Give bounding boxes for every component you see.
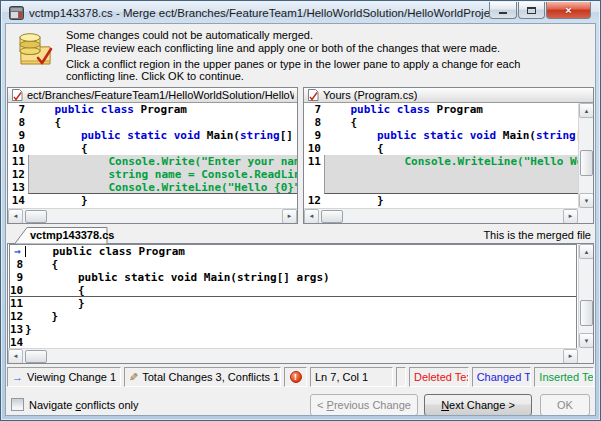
scroll-up-icon[interactable]: ▲ [579, 103, 593, 118]
code-text: } [28, 194, 297, 207]
scrollbar-thumb[interactable] [321, 210, 343, 223]
merge-conflict-icon [16, 31, 56, 67]
previous-change-button[interactable]: < Previous Change [310, 394, 418, 416]
code-text [324, 181, 578, 194]
theirs-code-view[interactable]: 7 public class Program8 {9 public static… [8, 103, 297, 208]
navigate-conflicts-checkbox-group[interactable]: Navigate conflicts only [11, 398, 138, 411]
pencil-icon: ✎ [129, 371, 138, 384]
line-number: 9 [304, 129, 324, 142]
code-line: 9 public static void Main(string[] args) [8, 129, 297, 142]
code-text [25, 336, 576, 348]
yours-vertical-scrollbar[interactable]: ▲ ▼ [578, 103, 593, 208]
theirs-file-path: ect/Branches/FeatureTeam1/HelloWorldSolu… [27, 89, 294, 101]
scroll-down-icon[interactable]: ▼ [579, 333, 593, 348]
line-number: 11 [304, 155, 324, 168]
conflict-code-line[interactable]: 11 Console.WriteLine("Hello World!"); [304, 155, 578, 168]
current-change-arrow-icon: → [12, 371, 23, 383]
code-text: public class Program [28, 103, 297, 116]
merged-tab-label: vctmp143378.cs [30, 229, 114, 241]
info-line-3: Click a conflict region in the upper pan… [66, 58, 566, 82]
code-line: 9 public static void Main(string[] args) [10, 271, 576, 284]
scrollbar-thumb[interactable] [25, 350, 47, 363]
yours-pane-header: Yours (Program.cs) [304, 88, 593, 103]
code-text: string name = Console.ReadLine(); [28, 168, 297, 181]
scroll-right-icon[interactable]: ► [563, 349, 578, 364]
document-check-icon [307, 89, 319, 101]
code-line: 8 { [10, 258, 576, 271]
theirs-horizontal-scrollbar[interactable]: ◄ ► [8, 208, 297, 223]
dialog-client-area: Some changes could not be automatically … [5, 23, 596, 416]
code-line: 13 } [304, 207, 578, 208]
code-text: } [25, 310, 576, 323]
close-button[interactable]: × [546, 2, 591, 19]
cursor-position-text: Ln 7, Col 1 [315, 371, 368, 383]
application-icon [9, 6, 24, 20]
merged-tab-row: vctmp143378.cs This is the merged file [7, 227, 594, 243]
line-number: 12 [304, 194, 324, 207]
line-number: 7 [8, 103, 28, 116]
scroll-left-icon[interactable]: ◄ [8, 349, 23, 364]
legend-inserted: Inserted Text [534, 367, 594, 387]
line-number: 13 [8, 181, 28, 194]
scroll-left-icon[interactable]: ◄ [304, 209, 319, 224]
conflict-code-line[interactable] [304, 181, 578, 194]
legend-deleted: Deleted Text [409, 367, 469, 387]
minimize-button[interactable] [489, 2, 517, 19]
deleted-text-label: Deleted Text [414, 371, 469, 383]
scroll-right-icon[interactable]: ► [282, 209, 297, 224]
conflict-warning-icon: ! [290, 371, 302, 383]
dialog-footer: Navigate conflicts only < Previous Chang… [11, 393, 590, 416]
scrollbar-thumb[interactable] [580, 150, 593, 176]
line-number: 11 [8, 155, 28, 168]
code-line: 10 { [8, 142, 297, 155]
navigate-conflicts-checkbox[interactable] [11, 398, 24, 411]
yours-pane: Yours (Program.cs) 7 public class Progra… [303, 87, 594, 224]
code-text: { [324, 116, 578, 129]
scroll-up-icon[interactable]: ▲ [579, 244, 593, 259]
window-title: vctmp143378.cs - Merge ect/Branches/Feat… [29, 7, 489, 19]
title-bar[interactable]: vctmp143378.cs - Merge ect/Branches/Feat… [2, 2, 599, 23]
code-text: public static void Main(string[] args) [324, 129, 578, 142]
code-text: public static void Main(string[] args) [28, 129, 297, 142]
conflict-code-line[interactable] [304, 168, 578, 181]
merged-file-tab[interactable]: vctmp143378.cs [14, 227, 108, 244]
maximize-icon [527, 7, 536, 14]
scroll-down-icon[interactable]: ▼ [579, 193, 593, 208]
line-number: 10 [8, 142, 28, 155]
scrollbar-thumb[interactable] [25, 210, 47, 223]
info-line-1: Some changes could not be automatically … [66, 29, 566, 41]
theirs-pane: ect/Branches/FeatureTeam1/HelloWorldSolu… [7, 87, 298, 224]
current-line-marker-icon: → [10, 245, 25, 258]
code-text: Console.Write("Enter your name: "); [28, 155, 297, 168]
merged-vertical-scrollbar[interactable]: ▲ ▼ [578, 244, 593, 348]
scroll-left-icon[interactable]: ◄ [8, 209, 23, 224]
merged-horizontal-scrollbar[interactable]: ◄ ► [8, 348, 578, 363]
code-text: public class Program [25, 245, 576, 258]
code-line: 9 public static void Main(string[] args) [304, 129, 578, 142]
code-line: 10 { [10, 284, 576, 297]
code-text: } [25, 323, 576, 336]
code-text: public class Program [324, 103, 578, 116]
conflict-code-line[interactable]: 13 Console.WriteLine("Hello {0}", name); [8, 181, 297, 194]
status-spacer [396, 367, 406, 387]
code-line: 8 { [304, 116, 578, 129]
line-number: 9 [8, 129, 28, 142]
total-changes-text: Total Changes 3, Conflicts 1 [142, 371, 279, 383]
legend-changed: Changed Text [472, 367, 532, 387]
line-number: 14 [10, 336, 25, 348]
ok-button[interactable]: OK [540, 394, 590, 416]
merge-dialog-window: vctmp143378.cs - Merge ect/Branches/Feat… [0, 0, 601, 421]
inserted-text-label: Inserted Text [539, 371, 594, 383]
scroll-right-icon[interactable]: ► [563, 209, 578, 224]
yours-horizontal-scrollbar[interactable]: ◄ ► [304, 208, 578, 223]
conflict-code-line[interactable]: 11 Console.Write("Enter your name: "); [8, 155, 297, 168]
next-change-button[interactable]: Next Change > [424, 394, 532, 416]
scrollbar-thumb[interactable] [580, 300, 593, 326]
close-icon: × [565, 4, 571, 16]
merged-code-editor[interactable]: → public class Program8 {9 public static… [9, 244, 577, 348]
maximize-button[interactable] [518, 2, 545, 19]
conflict-code-line[interactable]: 12 string name = Console.ReadLine(); [8, 168, 297, 181]
code-text: } [324, 194, 578, 207]
yours-code-view[interactable]: 7 public class Program8 {9 public static… [304, 103, 578, 208]
line-number: 14 [8, 194, 28, 207]
